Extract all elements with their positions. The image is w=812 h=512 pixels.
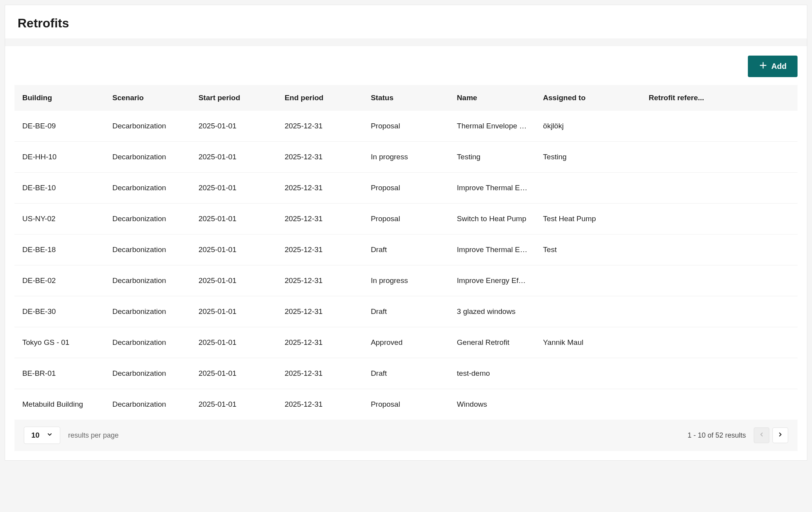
cell-name: Testing <box>449 142 535 173</box>
cell-name: Switch to Heat Pump <box>449 204 535 234</box>
cell-retrofit_reference <box>641 204 798 234</box>
table-row[interactable]: DE-BE-09Decarbonization2025-01-012025-12… <box>14 111 798 142</box>
per-page-label: results per page <box>68 431 119 440</box>
cell-start_period: 2025-01-01 <box>190 389 277 420</box>
cell-assigned_to <box>535 173 641 204</box>
cell-name: test-demo <box>449 358 535 389</box>
cell-building: DE-BE-18 <box>14 234 104 265</box>
cell-scenario: Decarbonization <box>104 173 190 204</box>
page-size-value: 10 <box>31 431 40 440</box>
cell-end_period: 2025-12-31 <box>277 142 363 173</box>
table-row[interactable]: DE-BE-18Decarbonization2025-01-012025-12… <box>14 234 798 265</box>
cell-retrofit_reference <box>641 358 798 389</box>
cell-assigned_to: Test <box>535 234 641 265</box>
content-section: Add Building Scenario Start period End p… <box>5 46 807 451</box>
cell-assigned_to <box>535 389 641 420</box>
table-row[interactable]: Metabuild BuildingDecarbonization2025-01… <box>14 389 798 420</box>
cell-start_period: 2025-01-01 <box>190 111 277 142</box>
header-start-period[interactable]: Start period <box>190 85 277 111</box>
table-row[interactable]: US-NY-02Decarbonization2025-01-012025-12… <box>14 204 798 234</box>
plus-icon <box>759 61 767 72</box>
cell-start_period: 2025-01-01 <box>190 173 277 204</box>
cell-retrofit_reference <box>641 389 798 420</box>
chevron-left-icon <box>758 431 765 439</box>
next-page-button[interactable] <box>772 427 788 443</box>
cell-assigned_to: Yannik Maul <box>535 327 641 358</box>
cell-start_period: 2025-01-01 <box>190 142 277 173</box>
table-row[interactable]: BE-BR-01Decarbonization2025-01-012025-12… <box>14 358 798 389</box>
cell-assigned_to: Testing <box>535 142 641 173</box>
header-scenario[interactable]: Scenario <box>104 85 190 111</box>
pager <box>754 427 788 443</box>
header-assigned-to[interactable]: Assigned to <box>535 85 641 111</box>
cell-end_period: 2025-12-31 <box>277 204 363 234</box>
cell-status: Proposal <box>363 111 449 142</box>
cell-assigned_to <box>535 265 641 296</box>
cell-assigned_to: Test Heat Pump <box>535 204 641 234</box>
header-building[interactable]: Building <box>14 85 104 111</box>
cell-assigned_to <box>535 296 641 327</box>
retrofits-table: Building Scenario Start period End perio… <box>14 85 798 420</box>
table-row[interactable]: Tokyo GS - 01Decarbonization2025-01-0120… <box>14 327 798 358</box>
cell-scenario: Decarbonization <box>104 327 190 358</box>
cell-building: DE-BE-09 <box>14 111 104 142</box>
table-row[interactable]: DE-HH-10Decarbonization2025-01-012025-12… <box>14 142 798 173</box>
cell-end_period: 2025-12-31 <box>277 327 363 358</box>
cell-building: DE-HH-10 <box>14 142 104 173</box>
cell-name: Improve Thermal Enve <box>449 234 535 265</box>
cell-retrofit_reference <box>641 111 798 142</box>
cell-scenario: Decarbonization <box>104 142 190 173</box>
cell-scenario: Decarbonization <box>104 111 190 142</box>
cell-name: 3 glazed windows <box>449 296 535 327</box>
cell-status: Proposal <box>363 204 449 234</box>
footer-right: 1 - 10 of 52 results <box>688 427 788 443</box>
cell-start_period: 2025-01-01 <box>190 204 277 234</box>
add-button-label: Add <box>771 62 787 71</box>
page-container: Retrofits Add Building Scenario <box>5 5 807 461</box>
cell-scenario: Decarbonization <box>104 265 190 296</box>
footer-left: 10 results per page <box>24 427 119 444</box>
header-end-period[interactable]: End period <box>277 85 363 111</box>
cell-status: Draft <box>363 234 449 265</box>
cell-retrofit_reference <box>641 142 798 173</box>
cell-retrofit_reference <box>641 234 798 265</box>
cell-assigned_to: ökjlökj <box>535 111 641 142</box>
cell-end_period: 2025-12-31 <box>277 234 363 265</box>
cell-scenario: Decarbonization <box>104 296 190 327</box>
header-status[interactable]: Status <box>363 85 449 111</box>
cell-end_period: 2025-12-31 <box>277 111 363 142</box>
cell-building: US-NY-02 <box>14 204 104 234</box>
add-button[interactable]: Add <box>748 56 798 77</box>
page-size-select[interactable]: 10 <box>24 427 60 444</box>
page-header: Retrofits <box>5 5 807 38</box>
cell-assigned_to <box>535 358 641 389</box>
cell-end_period: 2025-12-31 <box>277 173 363 204</box>
table-row[interactable]: DE-BE-30Decarbonization2025-01-012025-12… <box>14 296 798 327</box>
cell-start_period: 2025-01-01 <box>190 265 277 296</box>
table-row[interactable]: DE-BE-10Decarbonization2025-01-012025-12… <box>14 173 798 204</box>
cell-building: Tokyo GS - 01 <box>14 327 104 358</box>
cell-status: Proposal <box>363 389 449 420</box>
cell-building: Metabuild Building <box>14 389 104 420</box>
cell-status: Proposal <box>363 173 449 204</box>
cell-name: Improve Thermal Enve <box>449 173 535 204</box>
cell-scenario: Decarbonization <box>104 204 190 234</box>
results-count: 1 - 10 of 52 results <box>688 431 746 440</box>
table-row[interactable]: DE-BE-02Decarbonization2025-01-012025-12… <box>14 265 798 296</box>
cell-status: Draft <box>363 296 449 327</box>
cell-name: Thermal Envelope Imp <box>449 111 535 142</box>
cell-end_period: 2025-12-31 <box>277 265 363 296</box>
cell-status: Approved <box>363 327 449 358</box>
table-wrapper: Building Scenario Start period End perio… <box>5 85 807 420</box>
cell-start_period: 2025-01-01 <box>190 358 277 389</box>
cell-start_period: 2025-01-01 <box>190 234 277 265</box>
cell-building: DE-BE-02 <box>14 265 104 296</box>
cell-start_period: 2025-01-01 <box>190 296 277 327</box>
header-retrofit-reference[interactable]: Retrofit refere... <box>641 85 798 111</box>
cell-retrofit_reference <box>641 265 798 296</box>
cell-building: DE-BE-10 <box>14 173 104 204</box>
cell-retrofit_reference <box>641 296 798 327</box>
cell-retrofit_reference <box>641 327 798 358</box>
cell-scenario: Decarbonization <box>104 358 190 389</box>
header-name[interactable]: Name <box>449 85 535 111</box>
